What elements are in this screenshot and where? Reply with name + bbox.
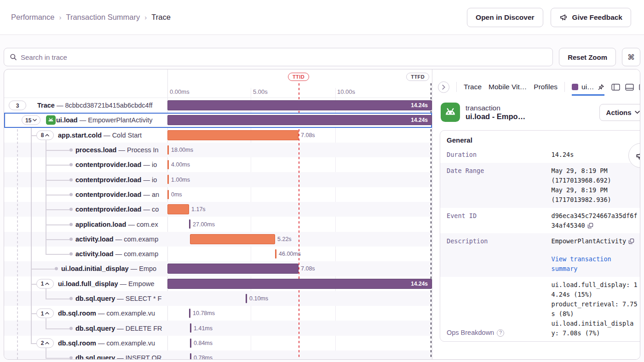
span-name-cell[interactable]: contentprovider.load — io bbox=[4, 172, 167, 187]
layout-drawer-bottom-button[interactable] bbox=[625, 84, 634, 91]
span-bar[interactable] bbox=[190, 339, 191, 348]
span-name-cell[interactable]: 1ui.load.full_display — Empowe bbox=[4, 276, 167, 291]
span-bar[interactable] bbox=[275, 249, 276, 259]
copy-icon[interactable] bbox=[628, 238, 634, 244]
span-name-cell[interactable]: contentprovider.load — io bbox=[4, 157, 167, 172]
breadcrumb-performance[interactable]: Performance bbox=[11, 13, 54, 22]
keyboard-shortcuts-button[interactable]: ⌘ bbox=[622, 48, 640, 66]
trace-row[interactable]: 8app.start.cold — Cold Start7.08s bbox=[4, 128, 432, 143]
span-bar[interactable] bbox=[167, 190, 169, 199]
ttid-marker-badge[interactable]: TTID bbox=[288, 73, 309, 81]
span-bar-cell[interactable]: 10.78ms bbox=[167, 306, 432, 321]
expand-badge[interactable]: 2 bbox=[36, 338, 54, 348]
open-in-discover-button[interactable]: Open in Discover bbox=[467, 8, 543, 27]
span-bar-cell[interactable]: 14.24s bbox=[167, 98, 432, 113]
trace-row[interactable]: 15ui.load — EmpowerPlantActivity14.24s bbox=[4, 113, 432, 127]
layout-sidebar-right-button[interactable] bbox=[639, 84, 640, 91]
trace-row[interactable]: 1ui.load.full_display — Empowe14.24s bbox=[4, 276, 432, 291]
expand-badge[interactable]: 1 bbox=[36, 279, 54, 288]
trace-row[interactable]: contentprovider.load — an0ms bbox=[4, 187, 432, 202]
tab-trace[interactable]: Trace bbox=[464, 83, 482, 96]
expand-badge[interactable]: 8 bbox=[36, 130, 54, 140]
trace-row[interactable]: contentprovider.load — co1.17s bbox=[4, 202, 432, 217]
span-bar-cell[interactable]: 5.22s bbox=[167, 232, 432, 247]
span-bar[interactable] bbox=[189, 309, 190, 318]
span-bar-cell[interactable]: 7.08s bbox=[167, 261, 432, 276]
span-name-cell[interactable]: activity.load — com.examp bbox=[4, 232, 167, 247]
span-bar[interactable] bbox=[190, 353, 191, 359]
span-name-cell[interactable]: 8app.start.cold — Cold Start bbox=[4, 128, 167, 143]
copy-icon[interactable] bbox=[587, 223, 593, 229]
span-bar[interactable] bbox=[167, 145, 169, 155]
span-bar-cell[interactable]: 0.78ms bbox=[167, 351, 432, 359]
tab-mobile-vitals[interactable]: Mobile Vit… bbox=[489, 83, 527, 96]
span-name-cell[interactable]: 2db.sql.room — com.example.vu bbox=[4, 336, 167, 351]
span-bar-cell[interactable]: 0.84ms bbox=[167, 336, 432, 351]
span-bar[interactable] bbox=[190, 323, 191, 333]
actions-button[interactable]: Actions bbox=[599, 104, 640, 121]
span-bar-cell[interactable]: 0.10ms bbox=[167, 291, 432, 306]
trace-row[interactable]: activity.load — com.examp5.22s bbox=[4, 232, 432, 247]
trace-row[interactable]: application.load — com.ex27.00ms bbox=[4, 217, 432, 231]
expand-badge[interactable]: 1 bbox=[36, 309, 54, 318]
span-bar[interactable] bbox=[167, 264, 299, 274]
span-name-cell[interactable]: 15ui.load — EmpowerPlantActivity bbox=[4, 113, 167, 127]
trace-row[interactable]: db.sql.query — INSERT OR0.78ms bbox=[4, 351, 432, 359]
ttfd-marker-badge[interactable]: TTFD bbox=[406, 73, 429, 81]
span-bar[interactable] bbox=[167, 160, 169, 169]
span-name-cell[interactable]: 3Trace — 8cbbcd38721b415ab6cbdc4ff bbox=[4, 98, 167, 113]
search-box[interactable] bbox=[4, 48, 553, 66]
span-bar-cell[interactable]: 7.08s bbox=[167, 128, 432, 143]
span-name-cell[interactable]: db.sql.query — DELETE FR bbox=[4, 321, 167, 335]
span-bar[interactable] bbox=[190, 234, 275, 244]
trace-row[interactable]: 3Trace — 8cbbcd38721b415ab6cbdc4ff14.24s bbox=[4, 98, 432, 113]
breadcrumb-transaction-summary[interactable]: Transaction Summary bbox=[66, 13, 140, 22]
span-bar[interactable] bbox=[246, 294, 247, 303]
search-input[interactable] bbox=[21, 53, 547, 61]
trace-row[interactable]: db.sql.query — SELECT * F0.10ms bbox=[4, 291, 432, 306]
span-bar[interactable] bbox=[167, 175, 169, 184]
reset-zoom-button[interactable]: Reset Zoom bbox=[559, 48, 616, 66]
span-bar-cell[interactable]: 46.00ms bbox=[167, 247, 432, 261]
span-bar-cell[interactable]: 1.17s bbox=[167, 202, 432, 217]
span-bar-cell[interactable]: 1.00ms bbox=[167, 172, 432, 187]
span-name-cell[interactable]: application.load — com.ex bbox=[4, 217, 167, 231]
trace-row[interactable]: contentprovider.load — io4.00ms bbox=[4, 157, 432, 172]
span-name-cell[interactable]: ui.load.initial_display — Empo bbox=[4, 261, 167, 276]
trace-row[interactable]: ui.load.initial_display — Empo7.08s bbox=[4, 261, 432, 276]
tab-pinned-span[interactable]: ui… bbox=[572, 83, 604, 96]
span-bar-cell[interactable]: 1.41ms bbox=[167, 321, 432, 335]
expand-badge[interactable]: 15 bbox=[22, 115, 40, 125]
layout-sidebar-left-button[interactable] bbox=[611, 84, 620, 91]
expand-badge[interactable]: 3 bbox=[9, 101, 26, 110]
expand-panel-button[interactable] bbox=[438, 81, 449, 93]
span-bar-cell[interactable]: 14.24s bbox=[167, 276, 432, 291]
trace-row[interactable]: 2db.sql.room — com.example.vu0.84ms bbox=[4, 336, 432, 351]
trace-row[interactable]: contentprovider.load — io1.00ms bbox=[4, 172, 432, 187]
trace-row[interactable]: 1db.sql.room — com.example.vu10.78ms bbox=[4, 306, 432, 321]
span-bar[interactable] bbox=[189, 219, 190, 229]
span-name-cell[interactable]: process.load — Process In bbox=[4, 143, 167, 157]
help-icon[interactable]: ? bbox=[497, 329, 504, 337]
span-bar-cell[interactable]: 18.00ms bbox=[167, 143, 432, 157]
trace-row[interactable]: activity.load — com.examp46.00ms bbox=[4, 247, 432, 261]
span-bar[interactable] bbox=[167, 279, 432, 289]
span-bar[interactable] bbox=[167, 115, 432, 125]
span-bar[interactable] bbox=[167, 100, 432, 110]
span-bar-cell[interactable]: 4.00ms bbox=[167, 157, 432, 172]
span-name-cell[interactable]: 1db.sql.room — com.example.vu bbox=[4, 306, 167, 321]
trace-row[interactable]: process.load — Process In18.00ms bbox=[4, 143, 432, 157]
span-name-cell[interactable]: activity.load — com.examp bbox=[4, 247, 167, 261]
tab-profiles[interactable]: Profiles bbox=[534, 83, 558, 96]
give-feedback-button[interactable]: Give Feedback bbox=[551, 8, 631, 27]
span-name-cell[interactable]: contentprovider.load — an bbox=[4, 187, 167, 202]
span-bar[interactable] bbox=[167, 204, 189, 214]
pin-icon[interactable] bbox=[598, 84, 604, 91]
span-bar-cell[interactable]: 27.00ms bbox=[167, 217, 432, 231]
view-transaction-summary-link[interactable]: View transaction summary bbox=[552, 254, 640, 274]
span-bar-cell[interactable]: 14.24s bbox=[167, 113, 432, 127]
span-bar[interactable] bbox=[167, 130, 299, 140]
span-name-cell[interactable]: contentprovider.load — co bbox=[4, 202, 167, 217]
span-bar-cell[interactable]: 0ms bbox=[167, 187, 432, 202]
span-name-cell[interactable]: db.sql.query — SELECT * F bbox=[4, 291, 167, 306]
